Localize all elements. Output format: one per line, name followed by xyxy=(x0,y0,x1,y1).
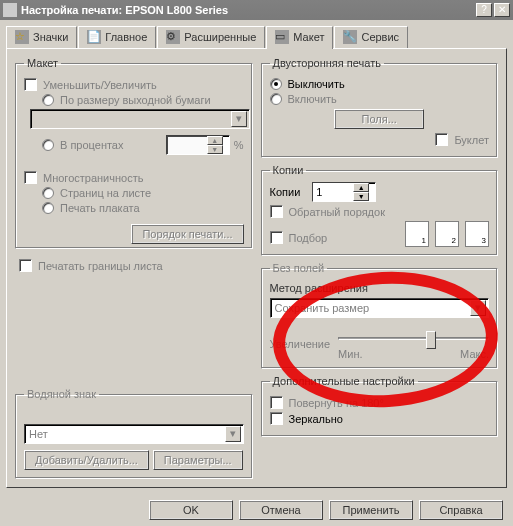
slider-thumb xyxy=(426,331,436,349)
tab-advanced[interactable]: Расширенные xyxy=(157,26,265,48)
pages-per-sheet-radio: Страниц на листе xyxy=(42,187,244,199)
tool-icon xyxy=(343,30,357,44)
paper-size-combo: ▾ xyxy=(30,109,250,129)
copies-input[interactable] xyxy=(313,183,353,201)
checkbox-icon xyxy=(19,259,32,272)
tab-icons[interactable]: Значки xyxy=(6,26,77,48)
page-icon: 1 xyxy=(405,221,429,247)
watermark-params-button: Параметры... xyxy=(153,450,243,470)
booklet-check: Буклет xyxy=(270,133,490,146)
chevron-down-icon: ▾ xyxy=(470,300,486,316)
percent-radio: В процентах ▲▼ % xyxy=(42,135,244,155)
checkbox-icon xyxy=(270,205,283,218)
layout-legend: Макет xyxy=(24,57,61,69)
add-remove-button: Добавить/Удалить... xyxy=(24,450,149,470)
collate-check[interactable]: Подбор xyxy=(270,231,400,244)
reverse-order-check[interactable]: Обратный порядок xyxy=(270,205,490,218)
doc-icon xyxy=(87,30,101,44)
checkbox-icon xyxy=(270,396,283,409)
apply-button[interactable]: Применить xyxy=(329,500,413,520)
layout-fieldset: Макет Уменьшить/Увеличить По размеру вых… xyxy=(15,57,253,249)
title-bar: Настройка печати: EPSON L800 Series ? ✕ xyxy=(0,0,513,20)
help-button[interactable]: Справка xyxy=(419,500,503,520)
print-order-button: Порядок печати... xyxy=(131,224,243,244)
margins-button: Поля... xyxy=(334,109,424,129)
page-icon: 2 xyxy=(435,221,459,247)
spin-down-icon[interactable]: ▼ xyxy=(353,192,369,201)
copies-fieldset: Копии Копии ▲▼ Обратный порядок Подбор 1… xyxy=(261,164,499,256)
rotate-check[interactable]: Повернуть на 180° xyxy=(270,396,490,409)
radio-icon xyxy=(42,202,54,214)
tab-panel: Макет Уменьшить/Увеличить По размеру вых… xyxy=(6,48,507,488)
duplex-legend: Двусторонняя печать xyxy=(270,57,384,69)
chevron-down-icon: ▾ xyxy=(225,426,241,442)
extra-legend: Дополнительные настройки xyxy=(270,375,418,387)
print-borders-check[interactable]: Печатать границы листа xyxy=(19,259,253,272)
page-icon: 3 xyxy=(465,221,489,247)
borderless-legend: Без полей xyxy=(270,262,328,274)
checkbox-icon xyxy=(24,171,37,184)
enlarge-slider xyxy=(338,328,489,348)
method-combo[interactable]: Сохранить размер▾ xyxy=(270,298,490,318)
layout-icon xyxy=(275,30,289,44)
ok-button[interactable]: OK xyxy=(149,500,233,520)
method-label: Метод расширения xyxy=(270,282,490,294)
radio-icon xyxy=(42,94,54,106)
help-button[interactable]: ? xyxy=(476,3,492,17)
chevron-down-icon: ▾ xyxy=(231,111,247,127)
fit-output-radio: По размеру выходной бумаги xyxy=(42,94,244,106)
copies-label: Копии xyxy=(270,186,301,198)
percent-spinner: ▲▼ xyxy=(166,135,230,155)
tab-service[interactable]: Сервис xyxy=(334,26,408,48)
tab-layout[interactable]: Макет xyxy=(266,26,333,49)
radio-icon xyxy=(42,187,54,199)
reduce-enlarge-check[interactable]: Уменьшить/Увеличить xyxy=(24,78,244,91)
tab-main[interactable]: Главное xyxy=(78,26,156,48)
watermark-combo[interactable]: Нет▾ xyxy=(24,424,244,444)
copies-spinner[interactable]: ▲▼ xyxy=(312,182,376,202)
copies-legend: Копии xyxy=(270,164,307,176)
duplex-on-radio[interactable]: Включить xyxy=(270,93,490,105)
tab-strip: Значки Главное Расширенные Макет Сервис xyxy=(0,20,513,48)
checkbox-icon xyxy=(270,231,283,244)
checkbox-icon xyxy=(435,133,448,146)
gear-icon xyxy=(166,30,180,44)
radio-icon xyxy=(270,78,282,90)
radio-icon xyxy=(42,139,54,151)
radio-icon xyxy=(270,93,282,105)
extra-fieldset: Дополнительные настройки Повернуть на 18… xyxy=(261,375,499,437)
duplex-fieldset: Двусторонняя печать Выключить Включить П… xyxy=(261,57,499,158)
multipage-check[interactable]: Многостраничность xyxy=(24,171,244,184)
enlarge-label: Увеличение xyxy=(270,338,331,350)
poster-radio: Печать плаката xyxy=(42,202,244,214)
star-icon xyxy=(15,30,29,44)
window-title: Настройка печати: EPSON L800 Series xyxy=(21,4,474,16)
duplex-off-radio[interactable]: Выключить xyxy=(270,78,490,90)
watermark-fieldset: Водяной знак Нет▾ Добавить/Удалить... Па… xyxy=(15,388,253,479)
borderless-fieldset: Без полей Метод расширения Сохранить раз… xyxy=(261,262,499,369)
dialog-buttons: OK Отмена Применить Справка xyxy=(0,500,513,520)
cancel-button[interactable]: Отмена xyxy=(239,500,323,520)
checkbox-icon xyxy=(24,78,37,91)
close-button[interactable]: ✕ xyxy=(494,3,510,17)
checkbox-icon xyxy=(270,412,283,425)
spin-up-icon[interactable]: ▲ xyxy=(353,183,369,192)
app-icon xyxy=(3,3,17,17)
mirror-check[interactable]: Зеркально xyxy=(270,412,490,425)
watermark-legend: Водяной знак xyxy=(24,388,99,400)
